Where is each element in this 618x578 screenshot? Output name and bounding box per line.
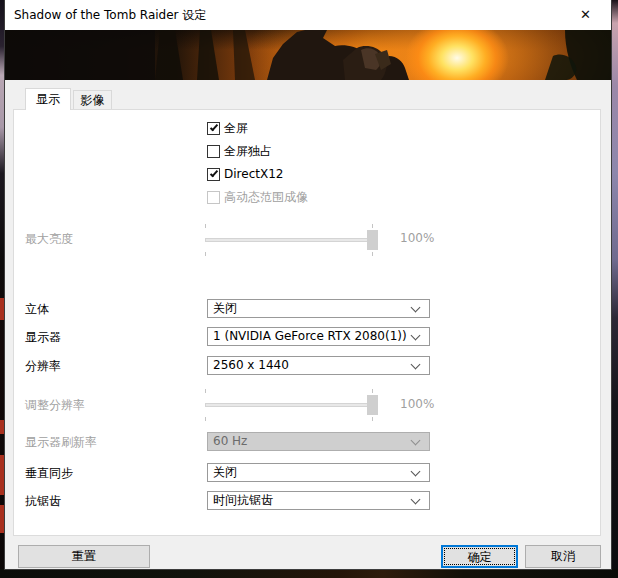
chevron-down-icon bbox=[411, 360, 421, 370]
checkbox-label: 全屏独占 bbox=[224, 143, 272, 160]
dropdown-value: 时间抗锯齿 bbox=[213, 493, 273, 507]
hdr-checkbox: 高动态范围成像 bbox=[207, 189, 308, 205]
vsync-dropdown[interactable]: 关闭 bbox=[207, 463, 430, 482]
checkmark-icon bbox=[210, 168, 218, 177]
slider-tick bbox=[205, 252, 206, 256]
checkbox-label: 高动态范围成像 bbox=[224, 189, 308, 206]
slider-tick bbox=[372, 252, 373, 256]
tab-display[interactable]: 显示 bbox=[25, 88, 71, 110]
slider-tick bbox=[205, 389, 206, 393]
tab-graphics[interactable]: 影像 bbox=[73, 90, 112, 109]
dropdown-value: 60 Hz bbox=[213, 434, 247, 448]
stereo-label: 立体 bbox=[25, 301, 49, 318]
banner-image bbox=[5, 30, 611, 80]
checkbox-box bbox=[207, 122, 220, 135]
refresh-rate-dropdown: 60 Hz bbox=[207, 432, 430, 451]
refresh-rate-label: 显示器刷新率 bbox=[25, 434, 97, 451]
close-icon[interactable]: ✕ bbox=[563, 0, 608, 30]
chevron-down-icon bbox=[411, 331, 421, 341]
slider-tick bbox=[372, 224, 373, 228]
resolution-scale-value: 100% bbox=[400, 397, 434, 411]
antialiasing-dropdown[interactable]: 时间抗锯齿 bbox=[207, 491, 430, 510]
slider-tick bbox=[372, 417, 373, 421]
banner-artwork bbox=[5, 30, 611, 80]
game-background-bottom bbox=[0, 569, 618, 578]
slider-track bbox=[205, 238, 378, 242]
chevron-down-icon bbox=[411, 495, 421, 505]
game-background-right bbox=[611, 0, 618, 578]
resolution-scale-slider bbox=[202, 389, 388, 419]
display-label: 显示器 bbox=[25, 329, 61, 346]
title-bar: Shadow of the Tomb Raider 设定 ✕ bbox=[5, 0, 611, 30]
chevron-down-icon bbox=[411, 303, 421, 313]
chevron-down-icon bbox=[411, 467, 421, 477]
resolution-scale-label: 调整分辨率 bbox=[25, 397, 85, 414]
max-brightness-slider bbox=[202, 224, 388, 254]
vsync-label: 垂直同步 bbox=[25, 465, 73, 482]
slider-thumb bbox=[367, 230, 378, 250]
slider-tick bbox=[205, 224, 206, 228]
display-dropdown[interactable]: 1 (NVIDIA GeForce RTX 2080(1)) bbox=[207, 327, 430, 346]
cancel-button[interactable]: 取消 bbox=[525, 545, 601, 568]
resolution-label: 分辨率 bbox=[25, 358, 61, 375]
screen: Shadow of the Tomb Raider 设定 ✕ 显示 bbox=[0, 0, 618, 578]
checkbox-label: 全屏 bbox=[224, 120, 248, 137]
dropdown-value: 关闭 bbox=[213, 301, 237, 315]
slider-thumb bbox=[367, 395, 378, 415]
ok-button[interactable]: 确定 bbox=[441, 545, 518, 568]
slider-track bbox=[205, 403, 378, 407]
dropdown-value: 2560 x 1440 bbox=[213, 358, 289, 372]
directx12-checkbox[interactable]: DirectX12 bbox=[207, 166, 283, 182]
checkbox-box bbox=[207, 168, 220, 181]
chevron-down-icon bbox=[411, 436, 421, 446]
slider-tick bbox=[372, 389, 373, 393]
checkbox-box bbox=[207, 145, 220, 158]
settings-dialog: Shadow of the Tomb Raider 设定 ✕ 显示 bbox=[5, 0, 611, 569]
checkbox-label: DirectX12 bbox=[224, 167, 283, 181]
dropdown-value: 关闭 bbox=[213, 465, 237, 479]
antialiasing-label: 抗锯齿 bbox=[25, 493, 61, 510]
max-brightness-value: 100% bbox=[400, 231, 434, 245]
window-title: Shadow of the Tomb Raider 设定 bbox=[14, 0, 206, 30]
checkbox-box bbox=[207, 191, 220, 204]
stereo-dropdown[interactable]: 关闭 bbox=[207, 299, 430, 318]
dropdown-value: 1 (NVIDIA GeForce RTX 2080(1)) bbox=[213, 329, 407, 343]
resolution-dropdown[interactable]: 2560 x 1440 bbox=[207, 356, 430, 375]
fullscreen-checkbox[interactable]: 全屏 bbox=[207, 120, 248, 136]
checkmark-icon bbox=[210, 122, 218, 131]
max-brightness-label: 最大亮度 bbox=[25, 231, 73, 248]
reset-button[interactable]: 重置 bbox=[18, 545, 150, 568]
slider-tick bbox=[205, 417, 206, 421]
exclusive-fullscreen-checkbox[interactable]: 全屏独占 bbox=[207, 143, 272, 159]
